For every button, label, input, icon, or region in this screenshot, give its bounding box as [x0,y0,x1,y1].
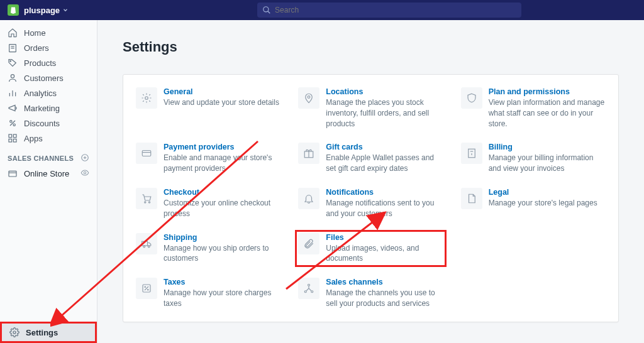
store-name[interactable]: pluspage [24,6,60,15]
svg-point-43 [311,291,313,293]
search-icon [262,6,271,14]
svg-rect-26 [142,151,151,156]
tile-notifications[interactable]: NotificationsManage notifications sent t… [298,188,443,219]
nav-customers[interactable]: Customers [0,70,97,85]
tile-desc: Enable Apple Wallet passes and set gift … [326,153,443,174]
tile-title: Taxes [164,278,280,286]
tile-taxes[interactable]: TaxesManage how your store charges taxes [136,278,280,309]
tile-title: Payment providers [164,143,280,151]
tile-legal[interactable]: LegalManage your store's legal pages [461,188,606,219]
svg-line-1 [268,11,270,14]
tile-desc: Upload images, videos, and documents [326,243,443,264]
tile-desc: Manage the places you stock inventory, f… [326,97,443,129]
svg-point-25 [308,96,310,99]
nav-online-store[interactable]: Online Store [0,166,97,182]
settings-label: Settings [26,328,58,337]
nav-label: Online Store [24,169,69,178]
view-store-icon[interactable] [80,168,89,179]
svg-point-33 [148,202,150,203]
tile-desc: Manage your store's legal pages [489,198,597,209]
cart-icon [136,188,157,209]
main-content: Settings GeneralView and update your sto… [97,20,644,343]
search-input[interactable] [275,6,516,14]
shopify-logo[interactable] [8,4,19,16]
gift-icon [298,143,319,164]
svg-point-40 [148,290,149,291]
nav-label: Products [24,58,56,68]
nav-settings[interactable]: Settings [0,322,97,343]
svg-point-42 [305,291,307,293]
nav-marketing[interactable]: Marketing [0,101,97,116]
nav-label: Home [24,28,46,38]
svg-point-23 [13,331,16,334]
percent-icon [136,278,157,299]
tile-desc: Manage your billing information and view… [489,153,606,174]
svg-point-41 [308,284,310,286]
tile-saleschannels[interactable]: Sales channelsManage the channels you us… [298,278,443,309]
add-channel-icon[interactable] [80,153,89,163]
settings-card: GeneralView and update your store detail… [123,74,619,322]
tile-desc: Manage notifications sent to you and you… [326,198,443,219]
tile-desc: Manage how you ship orders to customers [164,243,280,264]
svg-rect-16 [13,139,16,142]
topbar: pluspage [0,0,644,20]
chevron-down-icon[interactable] [62,6,69,15]
tile-desc: Manage how your store charges taxes [164,288,280,309]
tile-title: Locations [326,87,443,96]
nav-home[interactable]: Home [0,25,97,40]
tile-checkout[interactable]: CheckoutCustomize your online checkout p… [136,188,280,219]
nav-apps[interactable]: Apps [0,131,97,146]
svg-point-5 [10,61,11,62]
nav-discounts[interactable]: Discounts [0,116,97,131]
sidebar: Home Orders Products Customers Analytics… [0,20,97,343]
svg-point-22 [84,172,86,174]
svg-point-12 [13,124,15,126]
tile-billing[interactable]: BillingManage your billing information a… [461,143,606,174]
tile-giftcards[interactable]: Gift cardsEnable Apple Wallet passes and… [298,143,443,174]
tile-title: Billing [489,143,606,151]
sales-channels-header: SALES CHANNELS [0,146,97,166]
document-icon [461,188,482,209]
svg-point-36 [148,246,150,248]
nav-label: Orders [24,43,49,53]
nav-label: Discounts [24,119,60,128]
tile-title: Gift cards [326,143,443,151]
shield-icon [461,87,482,109]
tile-title: Notifications [326,188,443,197]
card-icon [136,143,157,164]
tile-desc: View plan information and manage what st… [489,97,606,129]
svg-rect-34 [142,241,148,246]
svg-point-35 [143,246,145,248]
svg-line-10 [10,121,15,126]
nav-products[interactable]: Products [0,55,97,70]
svg-rect-14 [13,134,16,138]
nav-label: Apps [24,134,43,143]
svg-point-39 [145,286,146,288]
tile-plan[interactable]: Plan and permissionsView plan informatio… [461,87,606,129]
nav-label: Analytics [24,89,57,98]
gear-icon [136,87,157,109]
search-field[interactable] [257,3,521,18]
svg-point-0 [264,7,269,12]
svg-point-24 [145,97,148,100]
nav-label: Marketing [24,104,60,113]
tile-title: Checkout [164,188,280,197]
svg-point-32 [145,202,146,203]
svg-point-11 [10,121,12,122]
tile-title: Shipping [164,233,280,242]
tile-title: Files [326,233,443,242]
svg-rect-20 [9,171,16,177]
nav-orders[interactable]: Orders [0,40,97,55]
billing-icon [461,143,482,164]
tile-files[interactable]: FilesUpload images, videos, and document… [295,230,446,268]
nav-analytics[interactable]: Analytics [0,85,97,101]
location-icon [298,87,319,109]
channels-label: SALES CHANNELS [8,155,74,162]
tile-payment[interactable]: Payment providersEnable and manage your … [136,143,280,174]
nav-label: Customers [24,74,64,83]
svg-point-6 [11,75,14,78]
svg-rect-15 [9,139,12,142]
tile-general[interactable]: GeneralView and update your store detail… [136,87,280,129]
tile-shipping[interactable]: ShippingManage how you ship orders to cu… [136,233,280,264]
tile-locations[interactable]: LocationsManage the places you stock inv… [298,87,443,129]
